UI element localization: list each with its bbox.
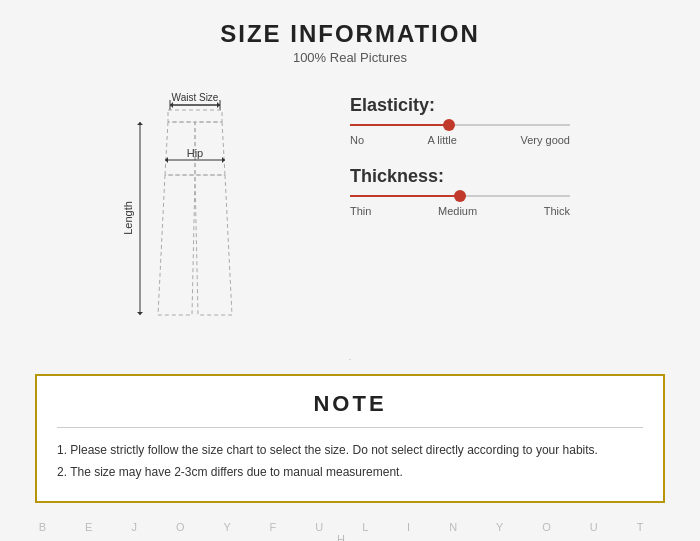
header: SIZE INFORMATION 100% Real Pictures (20, 20, 680, 65)
elasticity-label-no: No (350, 134, 364, 146)
thickness-section: Thickness: Thin Medium Thick (350, 166, 680, 217)
right-panel: Elasticity: No A little Very good Thickn… (320, 75, 680, 237)
elasticity-slider: No A little Very good (350, 124, 570, 146)
thickness-label-thin: Thin (350, 205, 371, 217)
content-area: Waist Size Hip (20, 75, 680, 345)
main-container: SIZE INFORMATION 100% Real Pictures Wais… (0, 0, 700, 541)
svg-rect-7 (168, 110, 222, 122)
thickness-label-thick: Thick (544, 205, 570, 217)
note-divider (57, 427, 643, 428)
note-text: 1. Please strictly follow the size chart… (57, 440, 643, 483)
note-line-1: 1. Please strictly follow the size chart… (57, 440, 643, 462)
elasticity-track (350, 124, 570, 126)
svg-text:Length: Length (122, 201, 134, 235)
thickness-track (350, 195, 570, 197)
elasticity-fill (350, 124, 449, 126)
svg-marker-13 (137, 122, 143, 125)
note-section: NOTE 1. Please strictly follow the size … (35, 374, 665, 503)
page-title: SIZE INFORMATION (20, 20, 680, 48)
dot-separator: · (20, 355, 680, 364)
watermark: B E J O Y F U L I N Y O U T H (20, 513, 680, 541)
svg-marker-14 (137, 312, 143, 315)
elasticity-label-verygood: Very good (520, 134, 570, 146)
elasticity-label: Elasticity: (350, 95, 680, 116)
note-title: NOTE (57, 391, 643, 417)
thickness-labels: Thin Medium Thick (350, 205, 570, 217)
jeans-diagram: Waist Size Hip (20, 75, 320, 345)
svg-text:Waist Size: Waist Size (172, 92, 219, 103)
thickness-slider: Thin Medium Thick (350, 195, 570, 217)
elasticity-thumb (443, 119, 455, 131)
thickness-fill (350, 195, 460, 197)
page-subtitle: 100% Real Pictures (20, 50, 680, 65)
note-line-2: 2. The size may have 2-3cm differs due t… (57, 462, 643, 484)
elasticity-section: Elasticity: No A little Very good (350, 95, 680, 146)
svg-text:Hip: Hip (187, 147, 204, 159)
svg-marker-10 (222, 157, 225, 163)
svg-marker-9 (165, 157, 168, 163)
elasticity-labels: No A little Very good (350, 134, 570, 146)
diagram-svg: Waist Size Hip (20, 75, 320, 345)
thickness-thumb (454, 190, 466, 202)
elasticity-label-alittle: A little (428, 134, 457, 146)
thickness-label-medium: Medium (438, 205, 477, 217)
thickness-label: Thickness: (350, 166, 680, 187)
